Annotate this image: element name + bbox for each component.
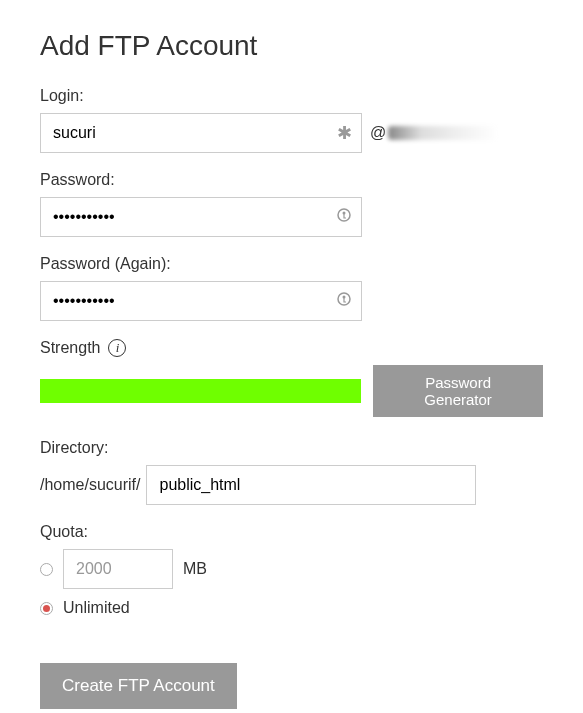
login-input[interactable] bbox=[40, 113, 362, 153]
directory-label: Directory: bbox=[40, 439, 543, 457]
strength-bar bbox=[40, 379, 361, 403]
strength-label-row: Strength i bbox=[40, 339, 543, 357]
directory-field: Directory: /home/sucurif/ bbox=[40, 439, 543, 505]
login-field: Login: ✱ @ bbox=[40, 87, 543, 153]
quota-unlimited-label: Unlimited bbox=[63, 599, 130, 617]
directory-input[interactable] bbox=[146, 465, 476, 505]
quota-field: Quota: MB Unlimited bbox=[40, 523, 543, 617]
directory-prefix: /home/sucurif/ bbox=[40, 476, 140, 494]
strength-label: Strength bbox=[40, 339, 100, 357]
radio-dot-icon bbox=[43, 605, 50, 612]
password-again-input[interactable] bbox=[40, 281, 362, 321]
password-field: Password: bbox=[40, 171, 543, 237]
info-icon[interactable]: i bbox=[108, 339, 126, 357]
strength-bar-row: Password Generator bbox=[40, 365, 543, 417]
page-title: Add FTP Account bbox=[40, 30, 543, 62]
password-again-label: Password (Again): bbox=[40, 255, 543, 273]
create-ftp-account-button[interactable]: Create FTP Account bbox=[40, 663, 237, 709]
quota-size-input[interactable] bbox=[63, 549, 173, 589]
quota-label: Quota: bbox=[40, 523, 543, 541]
password-input[interactable] bbox=[40, 197, 362, 237]
quota-unlimited-radio[interactable] bbox=[40, 602, 53, 615]
password-generator-button[interactable]: Password Generator bbox=[373, 365, 543, 417]
login-label: Login: bbox=[40, 87, 543, 105]
password-again-field: Password (Again): bbox=[40, 255, 543, 321]
password-label: Password: bbox=[40, 171, 543, 189]
at-symbol: @ bbox=[370, 124, 386, 142]
domain-text-blurred bbox=[388, 126, 498, 140]
quota-size-radio[interactable] bbox=[40, 563, 53, 576]
quota-unit-label: MB bbox=[183, 560, 207, 578]
